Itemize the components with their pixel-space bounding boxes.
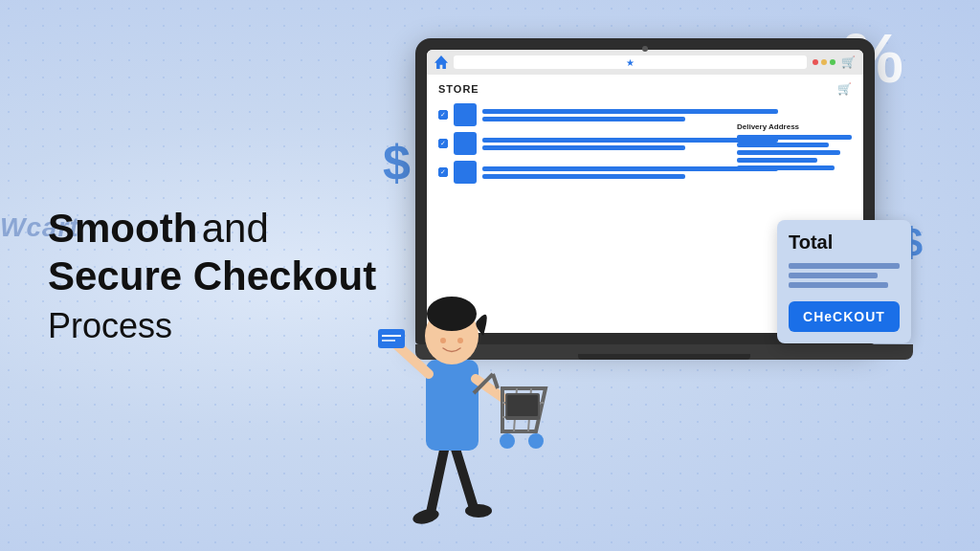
store-title: STORE [438, 83, 479, 95]
item-image-2 [454, 132, 477, 155]
item-line [482, 145, 685, 150]
item-line [482, 138, 778, 143]
receipt-lines [789, 263, 900, 288]
svg-line-0 [431, 446, 445, 513]
person-cart-illustration [297, 187, 603, 551]
receipt-line [789, 282, 888, 288]
address-bar: ★ [454, 55, 807, 69]
delivery-address-section: Delivery Address [737, 122, 852, 170]
svg-point-3 [465, 504, 492, 518]
svg-rect-4 [426, 360, 479, 451]
item-lines-1 [482, 109, 852, 121]
item-line [482, 109, 778, 114]
svg-point-21 [528, 433, 544, 449]
receipt-line [789, 263, 900, 269]
receipt-total-label: Total [789, 231, 900, 253]
delivery-line [737, 165, 835, 170]
dot-close [813, 59, 818, 65]
receipt-card: Total CHeCKOUT [777, 220, 911, 343]
headline-and: and [202, 206, 269, 251]
delivery-line [737, 158, 817, 163]
delivery-line [737, 135, 852, 140]
headline-smooth: Smooth [48, 206, 197, 251]
cart-icon: 🛒 [841, 55, 856, 69]
dot-maximize [830, 59, 835, 65]
star-icon: ★ [626, 57, 635, 68]
item-image-1 [454, 103, 477, 126]
svg-point-8 [457, 338, 463, 343]
receipt-line [789, 273, 878, 278]
browser-dots [813, 59, 835, 65]
dot-minimize [821, 59, 827, 65]
svg-line-1 [455, 446, 474, 508]
dollar-left-decoration: $ [383, 134, 411, 191]
svg-point-7 [440, 338, 446, 343]
svg-point-6 [427, 297, 477, 331]
svg-point-20 [500, 433, 515, 449]
item-line [482, 166, 778, 171]
item-line [482, 117, 685, 121]
svg-rect-10 [378, 329, 405, 348]
delivery-lines [737, 135, 852, 170]
store-header: STORE 🛒 [438, 82, 852, 96]
home-icon [434, 55, 448, 69]
svg-line-9 [397, 345, 429, 374]
delivery-line [737, 150, 840, 155]
svg-rect-23 [507, 395, 538, 416]
delivery-address-title: Delivery Address [737, 122, 852, 131]
item-checkbox-1 [438, 110, 448, 120]
delivery-line [737, 143, 829, 147]
store-cart-icon: 🛒 [837, 82, 852, 96]
app-container: Wcart $ $ % Smooth and Secure Checkout P… [0, 0, 980, 551]
checkout-button[interactable]: CHeCKOUT [789, 301, 900, 332]
item-checkbox-2 [438, 139, 448, 148]
browser-bar: ★ 🛒 [427, 50, 863, 75]
item-image-3 [454, 161, 477, 184]
item-line [482, 174, 685, 179]
item-checkbox-3 [438, 167, 448, 177]
